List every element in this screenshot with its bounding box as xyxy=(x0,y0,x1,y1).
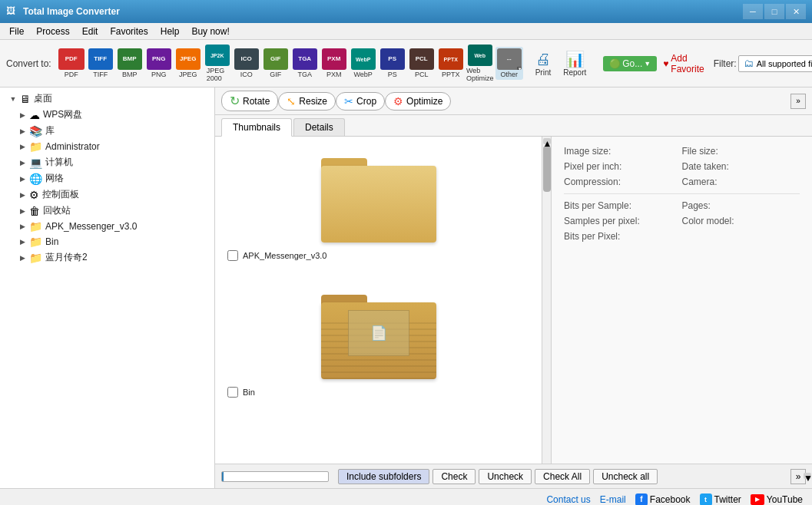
report-icon: 📊 xyxy=(565,50,585,68)
tree-item-bin[interactable]: ▶ 📁 Bin xyxy=(0,234,214,249)
tab-bar: Thumbnails Details xyxy=(215,115,812,137)
format-weboptimize[interactable]: Web Web Optimize xyxy=(466,43,494,84)
heart-icon: ♥ xyxy=(663,58,668,69)
go-button[interactable]: 🟢 Go... ▼ xyxy=(603,56,657,71)
menu-process[interactable]: Process xyxy=(30,25,75,38)
format-toolbar: Convert to: PDF PDF TIFF TIFF BMP BMP PN… xyxy=(0,40,812,87)
tree-label-desktop: 桌面 xyxy=(34,92,52,105)
format-other[interactable]: ··· ▼ Other xyxy=(495,47,523,80)
format-ps-label: PS xyxy=(388,71,397,78)
format-bmp[interactable]: BMP BMP xyxy=(116,47,144,80)
file-checkbox-bin[interactable] xyxy=(227,387,238,398)
list-item[interactable]: APK_Messenger_v3.0 xyxy=(218,140,539,264)
youtube-link[interactable]: ▶ YouTube xyxy=(751,494,803,505)
cloud-icon: ☁ xyxy=(29,109,40,121)
filter-dropdown[interactable]: 🗂 All supported files ▼ xyxy=(738,55,812,72)
format-pxm[interactable]: PXM PXM xyxy=(320,47,348,80)
format-webp[interactable]: WebP WebP xyxy=(350,47,377,80)
image-size-value xyxy=(671,146,682,157)
window-title: Total Image Converter xyxy=(23,6,743,17)
menu-favorites[interactable]: Favorites xyxy=(104,25,154,38)
library-icon: 📚 xyxy=(29,125,42,137)
tree-item-network[interactable]: ▶ 🌐 网络 xyxy=(0,170,214,186)
format-other-label: Other xyxy=(500,71,518,78)
format-tga[interactable]: TGA TGA xyxy=(291,47,319,80)
tree-item-computer[interactable]: ▶ 💻 计算机 xyxy=(0,154,214,170)
tab-details[interactable]: Details xyxy=(293,118,345,136)
tree-arrow-network: ▶ xyxy=(18,175,26,183)
format-jpeg[interactable]: JPEG JPEG xyxy=(174,47,202,80)
format-pptx[interactable]: PPTX PPTX xyxy=(437,47,465,80)
menu-buynow[interactable]: Buy now! xyxy=(185,25,235,38)
facebook-link[interactable]: f Facebook xyxy=(635,493,691,506)
tree-label-admin: Administrator xyxy=(45,141,100,152)
file-checkbox-apk[interactable] xyxy=(227,250,238,261)
go-icon: 🟢 xyxy=(609,58,621,69)
tree-item-wpsdisk[interactable]: ▶ ☁ WPS网盘 xyxy=(0,107,214,123)
tree-arrow-library: ▶ xyxy=(18,127,26,135)
uncheck-button[interactable]: Uncheck xyxy=(479,469,532,484)
scrollbar-thumb[interactable] xyxy=(543,146,551,192)
resize-button[interactable]: ⤡ Resize xyxy=(278,92,336,111)
format-ico[interactable]: ICO ICO xyxy=(233,47,260,80)
info-row-bits: Bits per Sample: Pages: xyxy=(564,200,800,211)
tree-item-bluemoon[interactable]: ▶ 📁 蓝月传奇2 xyxy=(0,249,214,266)
facebook-label: Facebook xyxy=(650,494,691,505)
tree-item-desktop[interactable]: ▼ 🖥 桌面 xyxy=(0,91,214,107)
format-ps[interactable]: PS PS xyxy=(379,47,406,80)
optimize-button[interactable]: ⚙ Optimize xyxy=(385,92,451,111)
color-model-label: Color model: xyxy=(682,216,790,226)
tree-arrow-desktop: ▼ xyxy=(9,95,17,103)
check-all-button[interactable]: Check All xyxy=(535,469,590,484)
file-browser: APK_Messenger_v3.0 📄 xyxy=(215,137,812,464)
pixel-per-inch-value xyxy=(671,161,682,172)
maximize-button[interactable]: □ xyxy=(764,4,784,19)
tab-thumbnails[interactable]: Thumbnails xyxy=(221,118,292,137)
menu-help[interactable]: Help xyxy=(154,25,186,38)
format-gif[interactable]: GIF GIF xyxy=(262,47,290,80)
print-button[interactable]: 🖨 Print xyxy=(531,49,556,78)
format-tiff[interactable]: TIFF TIFF xyxy=(87,47,114,80)
computer-icon: 💻 xyxy=(29,157,42,169)
format-png[interactable]: PNG PNG xyxy=(145,47,173,80)
crop-button[interactable]: ✂ Crop xyxy=(336,92,385,111)
format-jpeg2000[interactable]: JP2K JPEG 2000 xyxy=(204,43,231,84)
uncheck-all-button[interactable]: Uncheck all xyxy=(593,469,658,484)
tree-item-controlpanel[interactable]: ▶ ⚙ 控制面板 xyxy=(0,186,214,203)
include-subfolders-button[interactable]: Include subfolders xyxy=(338,469,429,484)
tree-item-recycle[interactable]: ▶ 🗑 回收站 xyxy=(0,203,214,219)
format-pcl[interactable]: PCL PCL xyxy=(408,47,436,80)
file-list: APK_Messenger_v3.0 📄 xyxy=(215,137,542,464)
format-bmp-label: BMP xyxy=(122,71,138,78)
progress-bar xyxy=(221,471,329,482)
menu-edit[interactable]: Edit xyxy=(76,25,104,38)
folder-thumbnail-bin: 📄 xyxy=(317,279,440,387)
format-pdf-label: PDF xyxy=(65,71,78,78)
bits-per-sample-value xyxy=(671,200,682,211)
menu-file[interactable]: File xyxy=(3,25,30,38)
close-button[interactable]: ✕ xyxy=(786,4,806,19)
info-row-samples: Samples per pixel: Color model: xyxy=(564,216,800,226)
info-row-bpp: Bits per Pixel: xyxy=(564,231,800,242)
rotate-button[interactable]: ↻ Rotate xyxy=(221,91,278,111)
report-button[interactable]: 📊 Report xyxy=(558,48,591,78)
minimize-button[interactable]: ─ xyxy=(743,4,763,19)
check-button[interactable]: Check xyxy=(433,469,476,484)
date-taken-label: Date taken: xyxy=(682,161,790,172)
camera-label: Camera: xyxy=(682,177,790,187)
tree-arrow-admin: ▶ xyxy=(18,143,26,150)
tree-item-admin[interactable]: ▶ 📁 Administrator xyxy=(0,139,214,154)
contact-us-link[interactable]: Contact us xyxy=(546,494,590,505)
twitter-link[interactable]: t Twitter xyxy=(700,493,741,506)
format-pdf[interactable]: PDF PDF xyxy=(58,47,85,80)
optimize-icon: ⚙ xyxy=(393,95,403,107)
filter-icon: 🗂 xyxy=(744,58,754,69)
file-scrollbar[interactable]: ▲ ▼ xyxy=(542,137,551,464)
email-link[interactable]: E-mail xyxy=(600,494,626,505)
format-ico-label: ICO xyxy=(240,71,253,78)
add-favorite-button[interactable]: ♥ Add Favorite xyxy=(658,51,708,76)
tree-item-apk[interactable]: ▶ 📁 APK_Messenger_v3.0 xyxy=(0,219,214,234)
list-item[interactable]: 📄 Bin xyxy=(218,276,539,401)
tree-item-library[interactable]: ▶ 📚 库 xyxy=(0,123,214,139)
panel-expand-button[interactable]: » xyxy=(790,94,806,109)
